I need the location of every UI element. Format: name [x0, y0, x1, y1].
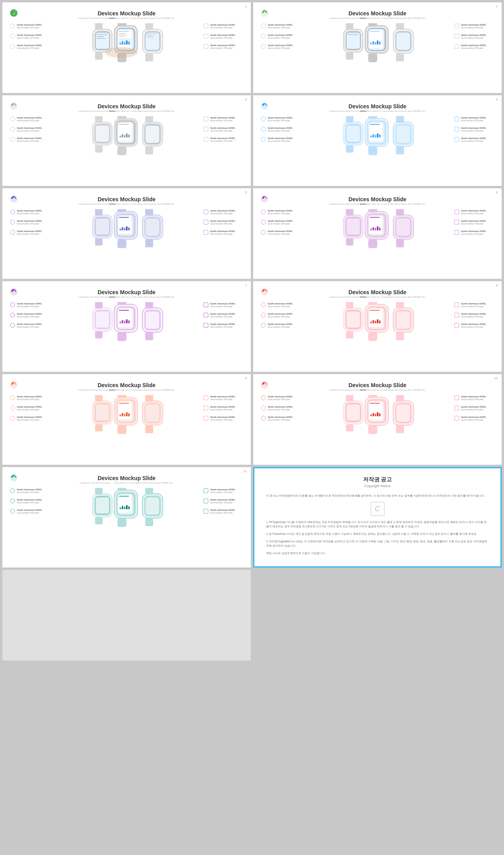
watches-svg-1 [83, 23, 170, 74]
slide-number-8: 8 [496, 284, 498, 287]
copyright-title: 저작권 공고 [266, 476, 489, 483]
svg-rect-51 [369, 30, 383, 48]
svg-rect-100 [370, 135, 372, 137]
slide-number-2: 2 [496, 5, 498, 8]
svg-rect-26 [128, 42, 130, 45]
svg-rect-183 [346, 331, 353, 338]
svg-rect-91 [346, 145, 353, 152]
svg-rect-84 [145, 116, 153, 122]
svg-rect-34 [146, 35, 153, 36]
slide-number-7: 7 [245, 284, 247, 287]
svg-rect-168 [119, 310, 129, 311]
svg-rect-115 [96, 219, 109, 235]
svg-rect-184 [346, 312, 360, 328]
svg-rect-124 [122, 227, 123, 230]
svg-point-64 [10, 102, 17, 109]
svg-rect-230 [346, 404, 360, 421]
copyright-para-3: 2. 본 PowerPoint 서식은 개인 및 상업적 목적으로 무료 사용이… [266, 532, 489, 536]
svg-rect-30 [145, 23, 153, 30]
feature-square-icon [204, 24, 208, 28]
svg-rect-252 [95, 517, 102, 524]
slide-title-6: Devices Mockup Slide [348, 196, 406, 202]
svg-rect-234 [368, 425, 377, 434]
svg-rect-63 [396, 33, 410, 50]
slide-body-3: Synth chartreuse XOXO,tacos brooklyn VHS… [10, 116, 243, 167]
features-right-2: Synth chartreuse XOXO,tacos brooklyn VHS… [454, 23, 494, 50]
svg-rect-218 [126, 412, 128, 416]
svg-rect-246 [396, 425, 404, 433]
svg-rect-268 [145, 488, 153, 494]
svg-point-110 [10, 195, 17, 202]
svg-rect-52 [369, 31, 380, 32]
slide-4: 4 Devices Mockup Slide Letterpress next … [253, 95, 502, 186]
svg-point-202 [10, 381, 17, 388]
slide-7: 7 Devices Mockup Slide Letterpress next … [2, 281, 251, 372]
slide-10: 10 Devices Mockup Slide Letterpress next… [253, 374, 502, 465]
copyright-para-2: 1. PPT(pptx파일) +0 1을 수정하여 재배포하는 것은 저작권법에… [266, 520, 489, 529]
svg-rect-98 [369, 123, 383, 141]
empty-panel [2, 570, 251, 660]
svg-rect-173 [128, 321, 130, 323]
svg-rect-76 [119, 124, 129, 125]
svg-rect-257 [117, 518, 126, 527]
slide-subtitle-11: Letterpress next level trust fund ......… [80, 482, 173, 484]
svg-rect-256 [117, 488, 126, 491]
slide-title-8: Devices Mockup Slide [348, 289, 406, 295]
svg-rect-131 [145, 239, 153, 247]
svg-point-133 [261, 195, 268, 202]
svg-rect-182 [346, 302, 353, 308]
slide-2: 2 Devices Mockup Slide Letterpress next … [253, 2, 502, 93]
slide-grid: 1 Devices Mockup Slide Letterpress next … [0, 0, 504, 663]
svg-rect-127 [128, 228, 130, 230]
slide-subtitle-10: Letterpress next level trust fund before… [329, 389, 426, 391]
svg-rect-33 [146, 34, 156, 35]
slide-subtitle-6: Letterpress next level trust fund before… [329, 203, 426, 205]
slide-title-11: Devices Mockup Slide [98, 475, 156, 481]
logo-icon-4 [260, 102, 269, 110]
svg-rect-144 [369, 216, 383, 234]
slide-number-11: 11 [243, 469, 247, 473]
svg-rect-262 [122, 506, 123, 509]
copyright-logo-image: C [371, 502, 385, 516]
feature-r-1-1: Synth chartreuse XOXO, tacos brooklyn VH… [204, 23, 243, 30]
svg-rect-123 [119, 228, 121, 230]
feature-square-icon [204, 44, 208, 49]
svg-rect-206 [95, 424, 102, 431]
svg-rect-264 [126, 505, 128, 509]
slide-number-6: 6 [496, 191, 498, 194]
svg-rect-78 [122, 134, 123, 137]
svg-rect-55 [374, 42, 376, 45]
svg-rect-54 [372, 41, 374, 45]
svg-rect-23 [122, 41, 123, 45]
svg-rect-155 [396, 219, 410, 236]
svg-rect-49 [368, 54, 377, 62]
svg-rect-149 [377, 226, 378, 230]
svg-rect-125 [124, 228, 125, 230]
logo-icon-11 [9, 473, 18, 482]
slide-subtitle-3: Letterpress next level trust fund before… [78, 110, 175, 112]
svg-rect-130 [145, 209, 153, 215]
features-left-1: Synth chartreuse XOXO, tacos brooklyn VH… [10, 23, 50, 50]
features-left-2: Synth chartreuse XOXO,tacos brooklyn VHS… [261, 23, 300, 50]
svg-rect-107 [396, 116, 404, 122]
svg-rect-238 [370, 414, 372, 416]
svg-rect-240 [374, 414, 376, 416]
svg-rect-102 [374, 135, 376, 137]
svg-rect-77 [119, 135, 121, 137]
svg-rect-4 [95, 23, 102, 30]
svg-rect-67 [95, 116, 102, 122]
svg-rect-237 [369, 403, 380, 404]
svg-rect-176 [145, 302, 153, 308]
svg-rect-73 [117, 147, 126, 155]
feature-r-1-3: Synth chartreuse XOXO, tacos brooklyn VH… [204, 44, 243, 50]
svg-rect-241 [377, 412, 378, 416]
svg-rect-31 [145, 54, 153, 61]
svg-rect-121 [118, 216, 132, 234]
slide-3: 3 Devices Mockup Slide Letterpress next … [2, 95, 251, 186]
slide-title-2: Devices Mockup Slide [348, 10, 406, 17]
svg-rect-103 [377, 134, 378, 137]
svg-rect-188 [368, 332, 377, 341]
svg-rect-114 [95, 238, 102, 245]
feature-text-1-1: Synth chartreuse XOXO, tacos brooklyn VH… [17, 23, 42, 30]
mockup-area-2 [304, 23, 451, 74]
